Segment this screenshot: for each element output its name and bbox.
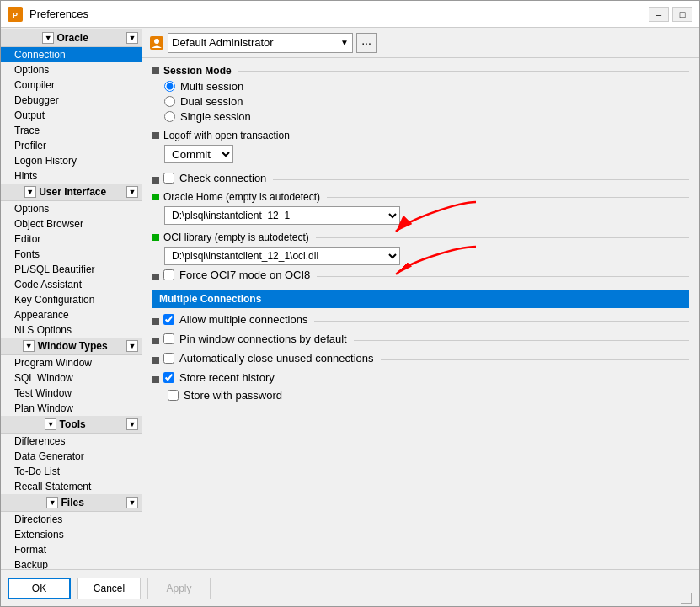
sidebar-group-header-oracle[interactable]: ▼ Oracle ▼ <box>1 29 142 47</box>
ui-expand-icon[interactable]: ▼ <box>24 186 36 198</box>
check-connection-checkbox[interactable] <box>163 173 174 184</box>
sidebar-item-key-configuration[interactable]: Key Configuration <box>1 292 142 307</box>
sidebar-item-options-oracle[interactable]: Options <box>1 62 142 77</box>
allow-multiple-checkbox[interactable] <box>163 314 174 325</box>
profile-icon <box>149 35 164 51</box>
oracle-group-label: Oracle <box>56 32 88 44</box>
radio-dual-session-input[interactable] <box>164 96 175 107</box>
sidebar-group-header-tools[interactable]: ▼ Tools ▼ <box>1 416 142 434</box>
more-options-button[interactable]: ··· <box>356 33 377 53</box>
sidebar-item-recall-statement[interactable]: Recall Statement <box>1 479 142 494</box>
sidebar-item-profiler[interactable]: Profiler <box>1 138 142 153</box>
minimize-button[interactable]: – <box>649 7 669 22</box>
sidebar-item-differences[interactable]: Differences <box>1 434 142 449</box>
logoff-title: Logoff with open transaction <box>163 130 290 141</box>
sidebar-group-header-files[interactable]: ▼ Files ▼ <box>1 494 142 512</box>
oracle-collapse-btn[interactable]: ▼ <box>126 32 138 44</box>
oracle-home-title: Oracle Home (empty is autodetect) <box>163 191 320 203</box>
auto-close-divider <box>381 359 689 360</box>
sidebar-item-object-browser[interactable]: Object Browser <box>1 216 142 232</box>
radio-multi-session-input[interactable] <box>164 81 175 92</box>
ok-button[interactable]: OK <box>8 578 71 599</box>
allow-multiple-label: Allow multiple connections <box>179 313 307 326</box>
logoff-header: Logoff with open transaction <box>152 130 689 141</box>
cancel-button[interactable]: Cancel <box>77 578 141 599</box>
sidebar-scroll[interactable]: ▼ Oracle ▼ Connection Options Compiler D… <box>1 29 142 569</box>
sidebar-item-directories[interactable]: Directories <box>1 512 142 527</box>
sidebar-item-plan-window[interactable]: Plan Window <box>1 401 142 416</box>
tools-expand-icon[interactable]: ▼ <box>45 418 56 430</box>
radio-dual-session-label: Dual session <box>180 95 243 108</box>
sidebar-item-editor[interactable]: Editor <box>1 232 142 247</box>
oci-library-title: OCI library (empty is autodetect) <box>163 232 309 243</box>
files-expand-icon[interactable]: ▼ <box>46 497 58 508</box>
logoff-dropdown[interactable]: Commit Rollback Ask <box>164 145 233 163</box>
sidebar-group-header-window-types[interactable]: ▼ Window Types ▼ <box>1 338 142 355</box>
pin-window-checkbox[interactable] <box>163 333 174 344</box>
svg-point-3 <box>154 39 159 44</box>
sidebar-item-fonts[interactable]: Fonts <box>1 247 142 262</box>
store-history-checkbox[interactable] <box>163 372 174 383</box>
profile-dropdown[interactable]: Default Administrator ▼ <box>168 33 353 53</box>
force-oci7-checkbox[interactable] <box>163 269 174 280</box>
pin-window-check: Pin window connections by default <box>163 333 347 345</box>
sidebar-group-header-ui[interactable]: ▼ User Interface ▼ <box>1 184 142 201</box>
sidebar-item-options-ui[interactable]: Options <box>1 201 142 216</box>
oracle-home-dropdown[interactable]: D:\plsql\instantclient_12_1 <box>164 206 400 225</box>
bottom-bar: OK Cancel Apply <box>1 569 699 606</box>
main-panel: Default Administrator ▼ ··· Session Mode <box>142 28 699 569</box>
sidebar-item-hints[interactable]: Hints <box>1 168 142 184</box>
store-history-label: Store recent history <box>179 371 275 384</box>
sidebar-item-logon-history[interactable]: Logon History <box>1 153 142 168</box>
radio-single-session-label: Single session <box>180 110 251 123</box>
store-password-checkbox[interactable] <box>168 390 179 401</box>
sidebar-item-format[interactable]: Format <box>1 542 142 557</box>
tools-collapse-btn[interactable]: ▼ <box>126 418 138 430</box>
multiple-connections-title: Multiple Connections <box>159 293 261 305</box>
profile-selector: Default Administrator ▼ ··· <box>149 33 377 53</box>
sidebar-item-trace[interactable]: Trace <box>1 123 142 138</box>
oracle-home-dropdown-container: D:\plsql\instantclient_12_1 <box>164 206 689 225</box>
oci-library-header: OCI library (empty is autodetect) <box>152 232 689 243</box>
sidebar-item-backup[interactable]: Backup <box>1 557 142 569</box>
pin-window-row: Pin window connections by default <box>152 333 689 349</box>
auto-close-checkbox[interactable] <box>163 353 174 364</box>
sidebar-item-extensions[interactable]: Extensions <box>1 527 142 542</box>
sidebar-item-plsql-beautifier[interactable]: PL/SQL Beautifier <box>1 262 142 277</box>
radio-single-session-input[interactable] <box>164 111 175 122</box>
sidebar-item-debugger[interactable]: Debugger <box>1 93 142 108</box>
sidebar: ▼ Oracle ▼ Connection Options Compiler D… <box>1 28 142 569</box>
check-conn-square-icon <box>152 177 159 184</box>
sidebar-item-code-assistant[interactable]: Code Assistant <box>1 277 142 292</box>
multiple-connections-header: Multiple Connections <box>152 290 689 308</box>
window-types-expand-icon[interactable]: ▼ <box>23 340 35 352</box>
sidebar-item-output[interactable]: Output <box>1 108 142 123</box>
sidebar-item-connection[interactable]: Connection <box>1 47 142 62</box>
maximize-button[interactable]: □ <box>672 7 692 22</box>
sidebar-item-appearance[interactable]: Appearance <box>1 307 142 322</box>
profile-name: Default Administrator <box>172 36 274 49</box>
apply-button[interactable]: Apply <box>147 578 211 599</box>
sidebar-item-test-window[interactable]: Test Window <box>1 386 142 401</box>
window-controls: – □ <box>649 7 692 22</box>
session-mode-options: Multi session Dual session Single sessio… <box>164 80 689 123</box>
oci-library-dropdown-container: D:\plsql\instantclient_12_1\oci.dll <box>164 247 689 265</box>
ui-collapse-btn[interactable]: ▼ <box>126 186 138 198</box>
oci-library-dropdown[interactable]: D:\plsql\instantclient_12_1\oci.dll <box>164 247 400 265</box>
files-collapse-btn[interactable]: ▼ <box>126 497 138 508</box>
allow-multiple-divider <box>314 321 689 322</box>
sidebar-group-window-types: ▼ Window Types ▼ Program Window SQL Wind… <box>1 338 142 416</box>
oracle-expand-icon[interactable]: ▼ <box>42 32 54 44</box>
force-oci7-divider <box>317 276 689 277</box>
allow-multiple-row: Allow multiple connections <box>152 313 689 329</box>
sidebar-item-todo-list[interactable]: To-Do List <box>1 464 142 479</box>
sidebar-item-nls-options[interactable]: NLS Options <box>1 322 142 338</box>
session-mode-square-icon <box>152 67 159 74</box>
sidebar-item-sql-window[interactable]: SQL Window <box>1 370 142 386</box>
sidebar-item-data-generator[interactable]: Data Generator <box>1 449 142 464</box>
store-history-check: Store recent history <box>163 371 275 384</box>
window-title: Preferences <box>29 8 642 20</box>
window-types-collapse-btn[interactable]: ▼ <box>126 340 138 352</box>
sidebar-item-program-window[interactable]: Program Window <box>1 355 142 370</box>
sidebar-item-compiler[interactable]: Compiler <box>1 77 142 93</box>
